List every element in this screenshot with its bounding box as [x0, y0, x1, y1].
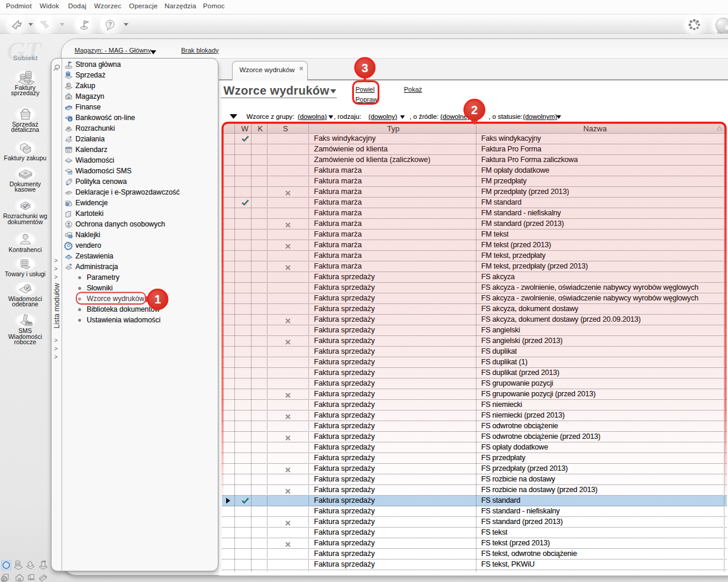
svg-text:SMS: SMS: [67, 172, 73, 174]
svg-text:SMS: SMS: [25, 322, 31, 325]
svg-text:?: ?: [108, 21, 112, 28]
svg-text:e: e: [69, 117, 71, 122]
